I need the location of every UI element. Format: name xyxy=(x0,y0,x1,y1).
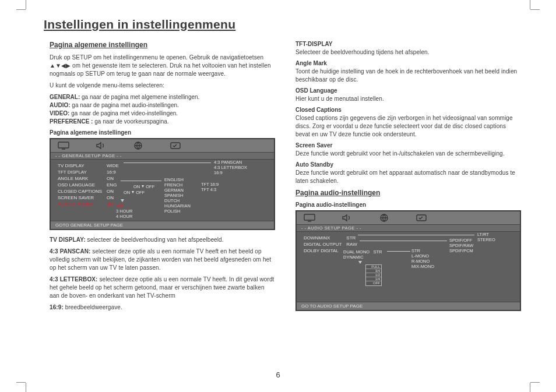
letterbox-label: 4:3 LETTERBOX: xyxy=(50,276,98,282)
osd-audio-footer: GO TO AUDIO SETUP PAGE xyxy=(297,302,520,310)
closed-captions-text: Closed captions zijn gegevens die zijn v… xyxy=(295,114,521,139)
svg-rect-3 xyxy=(304,214,315,220)
svg-rect-0 xyxy=(58,142,69,148)
right-column: TFT-DISPLAY Selecteer de beeldverhouding… xyxy=(295,37,521,317)
menu-pref-text: ga naar de voorkeurspagina. xyxy=(93,118,168,125)
osd-audio-panel: - - AUDIO SETUP PAGE - - DOWNMINXSTR DIG… xyxy=(295,210,521,311)
osd-audio-body: DOWNMINXSTR DIGITAL OUTPUTRAW DOLBY DIGI… xyxy=(297,232,520,302)
menu-general-text: ga naar de pagina met algemene instellin… xyxy=(80,94,199,100)
osd-audio-titlebar: - - AUDIO SETUP PAGE - - xyxy=(297,225,520,232)
screen-saver-text: Deze functie wordt gebruikt voor het in-… xyxy=(295,150,521,158)
osd-tab-icons xyxy=(51,139,274,153)
page-title: Instellingen in instellingenmenu xyxy=(44,17,521,31)
menu-audio-label: AUDIO: xyxy=(50,102,71,108)
auto-standby-label: Auto Standby xyxy=(295,161,521,168)
osd-general-titlebar: - - GENERALSETUP PAGE - - xyxy=(51,153,274,160)
osd-language-label: OSD Language xyxy=(295,87,521,94)
closed-captions-label: Closed Captions xyxy=(295,107,521,113)
globe-icon xyxy=(377,213,391,223)
tft-display-text: Selecteer de beeldverhouding tijdens het… xyxy=(295,48,521,56)
panscan-label: 4:3 PANSCAN: xyxy=(50,248,90,255)
tvdisplay-label: TV DISPLAY: xyxy=(50,236,86,243)
osd-general-footer: GOTO GENERAL SETUP PAGE xyxy=(51,221,274,229)
menu-video-text: ga naar de pagina met video-instellingen… xyxy=(69,110,178,116)
speaker-icon xyxy=(94,141,108,150)
tvdisplay-text: selecteer de beeldverhouding van het afs… xyxy=(86,236,224,243)
page-number: 6 xyxy=(276,370,280,379)
dynamic-range-bar: FULL 3/4 1/2 1/4 OFF xyxy=(365,264,382,286)
angle-mark-text: Toont de huidige instelling van de hoek … xyxy=(295,68,521,84)
menu-video-label: VIDEO: xyxy=(50,110,69,116)
osd-audio-caption: Pagina audio-instellingen xyxy=(295,202,521,208)
heading-audio-settings: Pagina audio-instellingen xyxy=(295,189,521,197)
card-icon xyxy=(168,141,182,150)
speaker-icon xyxy=(340,213,354,223)
menu-category-list: GENERAL: ga naar de pagina met algemene … xyxy=(50,93,275,126)
heading-general-settings: Pagina algemene instellingen xyxy=(50,41,275,49)
card-icon xyxy=(414,213,428,223)
osd-general-panel: - - GENERALSETUP PAGE - - TV DISPLAYWIDE… xyxy=(50,138,275,230)
osd-language-text: Hier kunt u de menutaal instellen. xyxy=(295,95,521,103)
globe-icon xyxy=(131,141,145,150)
r169-text: breedbeeldweergave. xyxy=(64,304,122,310)
monitor-icon xyxy=(302,213,316,223)
menu-pref-label: PREFERENCE : xyxy=(50,118,93,125)
intro-text-2: U kunt de volgende menu-items selecteren… xyxy=(50,82,275,90)
intro-text: Druk op SETUP om het instellingenmenu te… xyxy=(50,54,275,78)
osd-general-body: TV DISPLAYWIDE TFT DISPLAY16:9 ANGLE MAR… xyxy=(51,160,274,221)
osd-general-caption: Pagina algemene instellingen xyxy=(50,129,275,136)
r169-label: 16:9: xyxy=(50,304,64,310)
tft-display-label: TFT-DISPLAY xyxy=(295,41,521,47)
angle-mark-label: Angle Mark xyxy=(295,60,521,66)
left-column: Pagina algemene instellingen Druk op SET… xyxy=(50,37,275,317)
menu-general-label: GENERAL: xyxy=(50,94,80,100)
osd-audio-tab-icons xyxy=(297,211,520,225)
auto-standby-text: Deze functie wordt gebruikt om het appar… xyxy=(295,169,521,185)
monitor-icon xyxy=(57,141,71,150)
menu-audio-text: ga naar de pagina met audio-instellingen… xyxy=(71,102,179,108)
screen-saver-label: Screen Saver xyxy=(295,142,521,149)
